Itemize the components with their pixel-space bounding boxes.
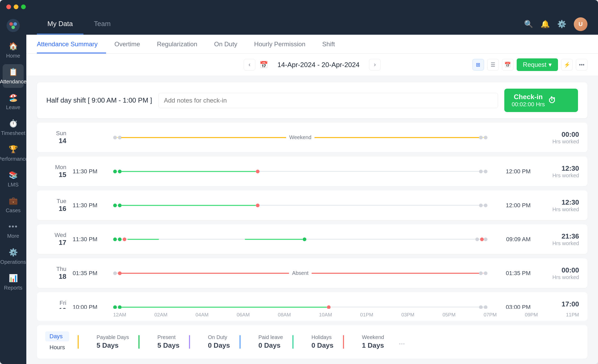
sidebar-label-home: Home (6, 53, 20, 59)
calendar-view-button[interactable]: 📅 (502, 59, 514, 70)
days-hours-toggle: Days Hours (45, 331, 69, 352)
clock-icon: ⏱ (548, 96, 556, 105)
sidebar-label-leave: Leave (6, 104, 21, 110)
time-axis-label: 04AM (196, 312, 209, 318)
settings-icon[interactable]: ⚙️ (557, 20, 566, 28)
time-axis-label: 08AM (278, 312, 291, 318)
day-row: Wed 17 11:30 PM 09:09 AM 21:36 Hrs worke… (37, 224, 587, 254)
more-stats-button[interactable]: ... (393, 338, 410, 346)
day-label: Tue 16 (45, 198, 66, 213)
day-row: Mon 15 11:30 PM 12:00 PM 12:30 Hrs worke… (37, 156, 587, 186)
sidebar-label-attendance: Attendance (0, 78, 27, 85)
time-axis-label: 07PM (484, 312, 497, 318)
avatar[interactable]: U (574, 17, 587, 31)
sidebar-item-more[interactable]: ••• More (3, 219, 24, 242)
hours-worked: 00:00 Hrs worked (537, 130, 579, 145)
next-date-button[interactable]: › (369, 59, 381, 70)
sidebar-item-cases[interactable]: 💼 Cases (3, 193, 24, 217)
calendar-icon[interactable]: 📅 (260, 61, 268, 69)
more-options-button[interactable]: ••• (576, 59, 587, 70)
sidebar-item-operations[interactable]: ⚙️ Operations (3, 245, 24, 268)
sidebar-item-performance[interactable]: 🏆 Performance (3, 141, 24, 165)
toolbar-actions: ⊞ ☰ 📅 Request ▾ ⚡ ••• (472, 58, 587, 71)
tab-team[interactable]: Team (83, 14, 121, 34)
sidebar-item-lms[interactable]: 📚 LMS (3, 167, 24, 191)
date-navigation: ‹ 📅 14-Apr-2024 - 20-Apr-2024 › (244, 59, 381, 70)
subtab-shift[interactable]: Shift (314, 41, 343, 53)
timeline-track (113, 200, 487, 211)
stat-holidays: Holidays 0 Days (302, 334, 343, 350)
checkin-banner: Half day shift [ 9:00 AM - 1:00 PM ] Che… (37, 82, 587, 118)
cases-icon: 💼 (9, 196, 18, 205)
sidebar-item-timesheet[interactable]: ⏱️ Timesheet (3, 116, 24, 139)
home-icon: 🏠 (9, 42, 18, 50)
day-row: Sun 14 Weekend 00:00 Hrs worked (37, 123, 587, 152)
notes-input[interactable] (158, 93, 498, 108)
hours-worked: 21:36 Hrs worked (537, 232, 579, 246)
day-row: Thu 18 01:35 PM Absent 01:35 PM 00:00 Hr… (37, 258, 587, 288)
time-axis-label: 12AM (113, 312, 126, 318)
time-axis-label: 05PM (442, 312, 456, 318)
svg-point-2 (13, 22, 17, 26)
header: My Data Team 🔍 🔔 ⚙️ U (26, 14, 598, 35)
subtab-attendance-summary[interactable]: Attendance Summary (37, 41, 106, 53)
prev-date-button[interactable]: ‹ (244, 59, 255, 70)
timeline-track: Absent (113, 268, 487, 279)
sidebar-item-reports[interactable]: 📊 Reports (3, 270, 24, 294)
date-range-label: 14-Apr-2024 - 20-Apr-2024 (272, 61, 365, 69)
close-button[interactable] (6, 4, 11, 9)
operations-icon: ⚙️ (9, 248, 18, 257)
search-icon[interactable]: 🔍 (524, 20, 533, 28)
day-row: Tue 16 11:30 PM 12:00 PM 12:30 Hrs worke… (37, 190, 587, 220)
performance-icon: 🏆 (9, 145, 18, 154)
minimize-button[interactable] (14, 4, 18, 9)
time-start: 11:30 PM (73, 236, 107, 243)
subtabs: Attendance Summary Overtime Regularizati… (26, 35, 598, 54)
sidebar-label-cases: Cases (6, 207, 21, 214)
grid-view-button[interactable]: ⊞ (472, 59, 484, 70)
subtab-on-duty[interactable]: On Duty (206, 41, 246, 53)
time-axis-labels: 12AM02AM04AM06AM08AM10AM01PM03PM05PM07PM… (113, 312, 579, 318)
filter-button[interactable]: ⚡ (561, 59, 573, 70)
hours-worked: 12:30 Hrs worked (537, 164, 579, 179)
sidebar-item-leave[interactable]: 🏖️ Leave (3, 90, 24, 114)
time-axis-label: 10AM (319, 312, 332, 318)
time-axis-label: 03PM (401, 312, 415, 318)
notification-icon[interactable]: 🔔 (541, 20, 550, 28)
timeline-track (113, 302, 487, 309)
hours-worked: 00:00 Hrs worked (537, 266, 579, 280)
day-label: Mon 15 (45, 164, 66, 179)
request-button[interactable]: Request ▾ (517, 58, 558, 71)
day-label: Sun 14 (45, 130, 66, 145)
day-label: Wed 17 (45, 232, 66, 247)
sidebar-item-attendance[interactable]: 📋 Attendance (3, 64, 24, 88)
footer-summary: Days Hours Payable Days 5 Days Present 5… (37, 325, 587, 359)
time-axis: 12AM02AM04AM06AM08AM10AM01PM03PM05PM07PM… (37, 309, 587, 321)
hours-toggle[interactable]: Hours (45, 342, 69, 352)
sidebar-label-reports: Reports (4, 285, 22, 291)
maximize-button[interactable] (21, 4, 26, 9)
sidebar: 🏠 Home 📋 Attendance 🏖️ Leave ⏱️ Timeshee… (0, 14, 26, 364)
titlebar (0, 0, 598, 14)
days-toggle[interactable]: Days (45, 331, 69, 341)
svg-point-1 (9, 22, 13, 26)
sidebar-label-timesheet: Timesheet (1, 130, 26, 136)
list-view-button[interactable]: ☰ (487, 59, 499, 70)
app-body: 🏠 Home 📋 Attendance 🏖️ Leave ⏱️ Timeshee… (0, 14, 598, 364)
subtab-overtime[interactable]: Overtime (106, 41, 148, 53)
time-end: 01:35 PM (494, 270, 531, 277)
time-end: 03:00 PM (494, 304, 531, 309)
tab-my-data[interactable]: My Data (37, 14, 83, 34)
time-end: 09:09 AM (494, 236, 531, 243)
date-toolbar: ‹ 📅 14-Apr-2024 - 20-Apr-2024 › ⊞ ☰ 📅 Re… (26, 54, 598, 76)
subtab-regularization[interactable]: Regularization (148, 41, 206, 53)
time-end: 12:00 PM (494, 168, 531, 175)
time-start: 01:35 PM (73, 270, 107, 277)
subtab-hourly-permission[interactable]: Hourly Permission (246, 41, 314, 53)
app-window: 🏠 Home 📋 Attendance 🏖️ Leave ⏱️ Timeshee… (0, 0, 598, 364)
stat-paid-leave: Paid leave 0 Days (249, 334, 292, 350)
sidebar-item-home[interactable]: 🏠 Home (3, 38, 24, 62)
checkin-button[interactable]: Check-in 00:02:00 Hrs ⏱ (504, 89, 578, 112)
attendance-icon: 📋 (9, 68, 18, 76)
header-tabs: My Data Team (37, 14, 121, 34)
